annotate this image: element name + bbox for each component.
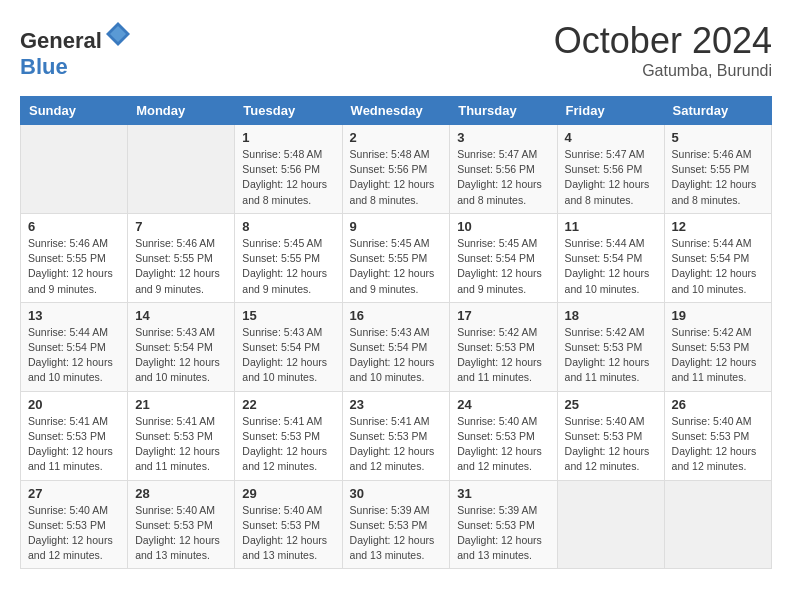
calendar-cell: 20Sunrise: 5:41 AMSunset: 5:53 PMDayligh… xyxy=(21,391,128,480)
day-number: 1 xyxy=(242,130,334,145)
calendar-body: 1Sunrise: 5:48 AMSunset: 5:56 PMDaylight… xyxy=(21,125,772,569)
calendar-cell: 9Sunrise: 5:45 AMSunset: 5:55 PMDaylight… xyxy=(342,213,450,302)
day-number: 20 xyxy=(28,397,120,412)
calendar-cell: 13Sunrise: 5:44 AMSunset: 5:54 PMDayligh… xyxy=(21,302,128,391)
day-number: 13 xyxy=(28,308,120,323)
day-number: 9 xyxy=(350,219,443,234)
logo-general: General xyxy=(20,28,102,53)
calendar-cell: 12Sunrise: 5:44 AMSunset: 5:54 PMDayligh… xyxy=(664,213,771,302)
day-number: 16 xyxy=(350,308,443,323)
day-number: 22 xyxy=(242,397,334,412)
day-number: 15 xyxy=(242,308,334,323)
calendar-cell: 29Sunrise: 5:40 AMSunset: 5:53 PMDayligh… xyxy=(235,480,342,569)
day-detail: Sunrise: 5:45 AMSunset: 5:55 PMDaylight:… xyxy=(350,236,443,297)
day-number: 28 xyxy=(135,486,227,501)
day-detail: Sunrise: 5:40 AMSunset: 5:53 PMDaylight:… xyxy=(28,503,120,564)
logo-blue: Blue xyxy=(20,54,68,79)
days-of-week-row: SundayMondayTuesdayWednesdayThursdayFrid… xyxy=(21,97,772,125)
day-number: 11 xyxy=(565,219,657,234)
calendar-cell: 25Sunrise: 5:40 AMSunset: 5:53 PMDayligh… xyxy=(557,391,664,480)
calendar-cell: 19Sunrise: 5:42 AMSunset: 5:53 PMDayligh… xyxy=(664,302,771,391)
calendar-cell: 21Sunrise: 5:41 AMSunset: 5:53 PMDayligh… xyxy=(128,391,235,480)
calendar-cell: 26Sunrise: 5:40 AMSunset: 5:53 PMDayligh… xyxy=(664,391,771,480)
day-detail: Sunrise: 5:41 AMSunset: 5:53 PMDaylight:… xyxy=(135,414,227,475)
day-detail: Sunrise: 5:45 AMSunset: 5:55 PMDaylight:… xyxy=(242,236,334,297)
day-detail: Sunrise: 5:42 AMSunset: 5:53 PMDaylight:… xyxy=(457,325,549,386)
logo-icon xyxy=(104,20,132,48)
calendar-cell: 5Sunrise: 5:46 AMSunset: 5:55 PMDaylight… xyxy=(664,125,771,214)
day-number: 31 xyxy=(457,486,549,501)
day-detail: Sunrise: 5:41 AMSunset: 5:53 PMDaylight:… xyxy=(242,414,334,475)
day-number: 12 xyxy=(672,219,764,234)
logo-text: General Blue xyxy=(20,20,132,80)
week-row-2: 6Sunrise: 5:46 AMSunset: 5:55 PMDaylight… xyxy=(21,213,772,302)
calendar-header: SundayMondayTuesdayWednesdayThursdayFrid… xyxy=(21,97,772,125)
day-detail: Sunrise: 5:47 AMSunset: 5:56 PMDaylight:… xyxy=(565,147,657,208)
day-number: 29 xyxy=(242,486,334,501)
day-detail: Sunrise: 5:44 AMSunset: 5:54 PMDaylight:… xyxy=(672,236,764,297)
day-number: 5 xyxy=(672,130,764,145)
day-detail: Sunrise: 5:42 AMSunset: 5:53 PMDaylight:… xyxy=(565,325,657,386)
day-number: 30 xyxy=(350,486,443,501)
day-detail: Sunrise: 5:44 AMSunset: 5:54 PMDaylight:… xyxy=(565,236,657,297)
calendar-cell: 6Sunrise: 5:46 AMSunset: 5:55 PMDaylight… xyxy=(21,213,128,302)
calendar-cell: 17Sunrise: 5:42 AMSunset: 5:53 PMDayligh… xyxy=(450,302,557,391)
day-detail: Sunrise: 5:43 AMSunset: 5:54 PMDaylight:… xyxy=(242,325,334,386)
week-row-5: 27Sunrise: 5:40 AMSunset: 5:53 PMDayligh… xyxy=(21,480,772,569)
calendar-cell: 30Sunrise: 5:39 AMSunset: 5:53 PMDayligh… xyxy=(342,480,450,569)
day-number: 27 xyxy=(28,486,120,501)
day-number: 24 xyxy=(457,397,549,412)
day-detail: Sunrise: 5:41 AMSunset: 5:53 PMDaylight:… xyxy=(350,414,443,475)
day-number: 7 xyxy=(135,219,227,234)
calendar-cell: 8Sunrise: 5:45 AMSunset: 5:55 PMDaylight… xyxy=(235,213,342,302)
calendar-cell: 7Sunrise: 5:46 AMSunset: 5:55 PMDaylight… xyxy=(128,213,235,302)
calendar-cell xyxy=(664,480,771,569)
month-title: October 2024 xyxy=(554,20,772,62)
day-detail: Sunrise: 5:40 AMSunset: 5:53 PMDaylight:… xyxy=(565,414,657,475)
calendar-cell: 23Sunrise: 5:41 AMSunset: 5:53 PMDayligh… xyxy=(342,391,450,480)
day-of-week-monday: Monday xyxy=(128,97,235,125)
calendar-cell: 24Sunrise: 5:40 AMSunset: 5:53 PMDayligh… xyxy=(450,391,557,480)
calendar-cell: 2Sunrise: 5:48 AMSunset: 5:56 PMDaylight… xyxy=(342,125,450,214)
day-detail: Sunrise: 5:39 AMSunset: 5:53 PMDaylight:… xyxy=(350,503,443,564)
day-detail: Sunrise: 5:43 AMSunset: 5:54 PMDaylight:… xyxy=(135,325,227,386)
day-number: 3 xyxy=(457,130,549,145)
calendar-cell: 14Sunrise: 5:43 AMSunset: 5:54 PMDayligh… xyxy=(128,302,235,391)
calendar-cell xyxy=(128,125,235,214)
day-number: 23 xyxy=(350,397,443,412)
calendar-cell xyxy=(21,125,128,214)
day-detail: Sunrise: 5:40 AMSunset: 5:53 PMDaylight:… xyxy=(242,503,334,564)
calendar-cell: 15Sunrise: 5:43 AMSunset: 5:54 PMDayligh… xyxy=(235,302,342,391)
logo: General Blue xyxy=(20,20,132,80)
day-number: 26 xyxy=(672,397,764,412)
week-row-1: 1Sunrise: 5:48 AMSunset: 5:56 PMDaylight… xyxy=(21,125,772,214)
day-detail: Sunrise: 5:40 AMSunset: 5:53 PMDaylight:… xyxy=(457,414,549,475)
day-detail: Sunrise: 5:40 AMSunset: 5:53 PMDaylight:… xyxy=(672,414,764,475)
day-detail: Sunrise: 5:41 AMSunset: 5:53 PMDaylight:… xyxy=(28,414,120,475)
day-of-week-wednesday: Wednesday xyxy=(342,97,450,125)
calendar-cell: 22Sunrise: 5:41 AMSunset: 5:53 PMDayligh… xyxy=(235,391,342,480)
title-section: October 2024 Gatumba, Burundi xyxy=(554,20,772,80)
calendar-table: SundayMondayTuesdayWednesdayThursdayFrid… xyxy=(20,96,772,569)
day-number: 2 xyxy=(350,130,443,145)
day-of-week-friday: Friday xyxy=(557,97,664,125)
day-detail: Sunrise: 5:39 AMSunset: 5:53 PMDaylight:… xyxy=(457,503,549,564)
calendar-cell: 18Sunrise: 5:42 AMSunset: 5:53 PMDayligh… xyxy=(557,302,664,391)
calendar-cell: 27Sunrise: 5:40 AMSunset: 5:53 PMDayligh… xyxy=(21,480,128,569)
day-detail: Sunrise: 5:40 AMSunset: 5:53 PMDaylight:… xyxy=(135,503,227,564)
page-header: General Blue October 2024 Gatumba, Burun… xyxy=(20,20,772,80)
calendar-cell: 1Sunrise: 5:48 AMSunset: 5:56 PMDaylight… xyxy=(235,125,342,214)
calendar-cell: 3Sunrise: 5:47 AMSunset: 5:56 PMDaylight… xyxy=(450,125,557,214)
day-number: 17 xyxy=(457,308,549,323)
day-of-week-thursday: Thursday xyxy=(450,97,557,125)
calendar-cell: 10Sunrise: 5:45 AMSunset: 5:54 PMDayligh… xyxy=(450,213,557,302)
calendar-cell: 31Sunrise: 5:39 AMSunset: 5:53 PMDayligh… xyxy=(450,480,557,569)
day-detail: Sunrise: 5:47 AMSunset: 5:56 PMDaylight:… xyxy=(457,147,549,208)
day-number: 25 xyxy=(565,397,657,412)
day-number: 6 xyxy=(28,219,120,234)
day-detail: Sunrise: 5:46 AMSunset: 5:55 PMDaylight:… xyxy=(135,236,227,297)
calendar-cell: 16Sunrise: 5:43 AMSunset: 5:54 PMDayligh… xyxy=(342,302,450,391)
day-of-week-sunday: Sunday xyxy=(21,97,128,125)
day-number: 21 xyxy=(135,397,227,412)
day-detail: Sunrise: 5:45 AMSunset: 5:54 PMDaylight:… xyxy=(457,236,549,297)
